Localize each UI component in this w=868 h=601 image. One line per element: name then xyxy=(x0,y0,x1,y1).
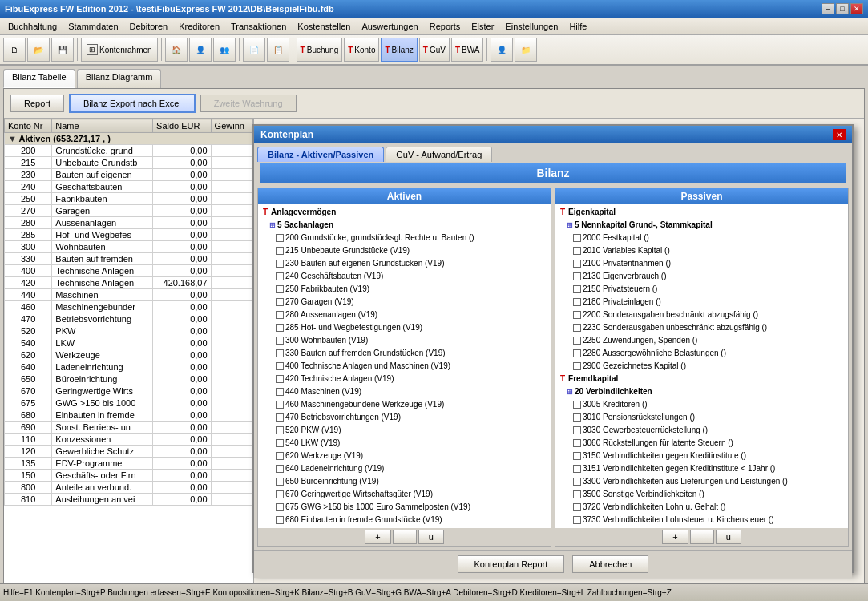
tree-leaf-item[interactable]: 3500 Sonstige Verbindlichkeiten () xyxy=(557,488,846,501)
tab-guv-aufwand-ertrag[interactable]: GuV - Aufwand/Ertrag xyxy=(386,147,492,162)
tree-leaf-item[interactable]: 3150 Verbindlichkeiten gegen Kreditinsti… xyxy=(557,450,846,462)
menu-elster[interactable]: Elster xyxy=(466,20,499,33)
passiven-remove-btn[interactable]: - xyxy=(690,530,714,544)
table-row[interactable]: 230 Bauten auf eigenen 0,00 xyxy=(5,169,253,181)
menu-stammdaten[interactable]: Stammdaten xyxy=(63,20,123,33)
table-row[interactable]: 540 LKW 0,00 xyxy=(5,337,253,349)
passiven-add-btn[interactable]: + xyxy=(662,530,688,544)
tree-leaf-item[interactable]: 270 Garagen (V19) xyxy=(260,296,549,309)
aktiven-u-btn[interactable]: u xyxy=(418,530,444,544)
tree-leaf-item[interactable]: 675 GWG >150 bis 1000 Euro Sammelposten … xyxy=(260,501,549,514)
table-row[interactable]: 250 Fabrikbauten 0,00 xyxy=(5,193,253,205)
kontenrahmen-button[interactable]: ⊞Kontenrahmen xyxy=(81,38,158,62)
maximize-button[interactable]: □ xyxy=(836,3,849,14)
table-row[interactable]: 110 Konzessionen 0,00 xyxy=(5,434,253,446)
table-row[interactable]: 330 Bauten auf fremden 0,00 xyxy=(5,253,253,265)
table-row[interactable]: 280 Aussenanlagen 0,00 xyxy=(5,217,253,229)
tree-leaf-item[interactable]: 2180 Privateinlagen () xyxy=(557,296,846,309)
open-button[interactable]: 📂 xyxy=(27,38,50,62)
menu-debitoren[interactable]: Debitoren xyxy=(125,20,173,33)
menu-buchhaltung[interactable]: Buchhaltung xyxy=(3,20,62,33)
tree-leaf-item[interactable]: 230 Bauten auf eigenen Grundstücken (V19… xyxy=(260,257,549,270)
clipboard-button[interactable]: 📋 xyxy=(267,38,289,62)
tree-leaf-item[interactable]: 520 PKW (V19) xyxy=(260,424,549,437)
export-excel-button[interactable]: Bilanz Export nach Excel xyxy=(69,94,196,113)
buchung-button[interactable]: T Buchung xyxy=(297,38,343,62)
table-row[interactable]: 270 Garagen 0,00 xyxy=(5,205,253,217)
new-button[interactable]: 🗋 xyxy=(3,38,26,62)
tab-bilanz-diagramm[interactable]: Bilanz Diagramm xyxy=(77,69,162,88)
tree-leaf-item[interactable]: 2900 Gezeichnetes Kapital () xyxy=(557,360,846,373)
guv-button[interactable]: T GuV xyxy=(419,38,450,62)
tree-leaf-item[interactable]: 2250 Zuwendungen, Spenden () xyxy=(557,334,846,347)
menu-transaktionen[interactable]: Transaktionen xyxy=(226,20,291,33)
tree-leaf-item[interactable]: 330 Bauten auf fremden Grundstücken (V19… xyxy=(260,347,549,360)
table-row[interactable]: 300 Wohnbauten 0,00 xyxy=(5,241,253,253)
table-row[interactable]: 200 Grundstücke, grund 0,00 xyxy=(5,145,253,157)
tab-bilanz-aktiven-passiven[interactable]: Bilanz - Aktiven/Passiven xyxy=(257,147,384,162)
tree-leaf-item[interactable]: 2130 Eigenverbrauch () xyxy=(557,270,846,283)
tree-leaf-item[interactable]: 200 Grundstücke, grundstücksgl. Rechte u… xyxy=(260,232,549,244)
zweite-waehrung-button[interactable]: Zweite Waehrung xyxy=(200,95,297,112)
table-row[interactable]: 650 Büroeinrichtung 0,00 xyxy=(5,373,253,385)
tree-leaf-item[interactable]: 2230 Sonderausgaben unbeschränkt abzugsf… xyxy=(557,321,846,334)
table-row[interactable]: 240 Geschäftsbauten 0,00 xyxy=(5,181,253,193)
users-button[interactable]: 👥 xyxy=(213,38,236,62)
tree-leaf-item[interactable]: 215 Unbebaute Grundstücke (V19) xyxy=(260,244,549,257)
bilanz-button[interactable]: T Bilanz xyxy=(381,38,417,62)
tree-leaf-item[interactable]: 3300 Verbindlichkeiten aus Lieferungen u… xyxy=(557,475,846,488)
table-row[interactable]: 620 Werkzeuge 0,00 xyxy=(5,349,253,361)
tree-leaf-item[interactable]: 460 Maschinengebundene Werkzeuge (V19) xyxy=(260,398,549,411)
tree-leaf-item[interactable]: 420 Technische Anlagen (V19) xyxy=(260,373,549,385)
menu-auswertungen[interactable]: Auswertungen xyxy=(357,20,422,33)
folder2-button[interactable]: 📁 xyxy=(515,38,537,62)
tree-leaf-item[interactable]: 250 Fabrikbauten (V19) xyxy=(260,283,549,296)
tree-leaf-item[interactable]: 2280 Aussergewöhnliche Belastungen () xyxy=(557,347,846,360)
tree-leaf-item[interactable]: 2000 Festkapital () xyxy=(557,232,846,244)
tree-leaf-item[interactable]: 2100 Privatentnahmen () xyxy=(557,257,846,270)
table-row[interactable]: 800 Anteile an verbund. 0,00 xyxy=(5,482,253,494)
table-row[interactable]: 120 Gewerbliche Schutz 0,00 xyxy=(5,446,253,458)
aktiven-add-btn[interactable]: + xyxy=(365,530,390,544)
tree-leaf-item[interactable]: 2150 Privatsteuern () xyxy=(557,283,846,296)
table-row[interactable]: 440 Maschinen 0,00 xyxy=(5,289,253,301)
table-row[interactable]: 680 Einbauten in fremde 0,00 xyxy=(5,409,253,422)
table-row[interactable]: 150 Geschäfts- oder Firn 0,00 xyxy=(5,470,253,482)
tree-leaf-item[interactable]: 400 Technische Anlagen und Maschinen (V1… xyxy=(260,360,549,373)
table-row[interactable]: 520 PKW 0,00 xyxy=(5,325,253,337)
table-row[interactable]: 675 GWG >150 bis 1000 0,00 xyxy=(5,397,253,409)
table-row[interactable]: 400 Technische Anlagen 0,00 xyxy=(5,265,253,277)
tree-leaf-item[interactable]: 620 Werkzeuge (V19) xyxy=(260,450,549,462)
passiven-u-btn[interactable]: u xyxy=(716,530,741,544)
report-button[interactable]: Report xyxy=(10,95,64,112)
tree-leaf-item[interactable]: 470 Betriebsvorrichtungen (V19) xyxy=(260,411,549,424)
profile-button[interactable]: 👤 xyxy=(491,38,513,62)
menu-einstellungen[interactable]: Einstellungen xyxy=(500,20,563,33)
table-row[interactable]: 690 Sonst. Betriebs- un 0,00 xyxy=(5,422,253,434)
tree-leaf-item[interactable]: 650 Büroeinrichtung (V19) xyxy=(260,475,549,488)
tree-leaf-item[interactable]: 2200 Sonderausgaben beschränkt abzugsfäh… xyxy=(557,309,846,321)
home-button[interactable]: 🏠 xyxy=(165,38,188,62)
table-row[interactable]: 285 Hof- und Wegbefes 0,00 xyxy=(5,229,253,241)
table-row[interactable]: 420 Technische Anlagen 420.168,07 xyxy=(5,277,253,289)
table-row[interactable]: 640 Ladeneinrichtung 0,00 xyxy=(5,361,253,373)
table-row[interactable]: 215 Unbebaute Grundstb 0,00 xyxy=(5,157,253,169)
tree-leaf-item[interactable]: 3151 Verbindlichkeiten gegen Kreditinsti… xyxy=(557,462,846,475)
tree-leaf-item[interactable]: 280 Aussenanlagen (V19) xyxy=(260,309,549,321)
tree-leaf-item[interactable]: 680 Einbauten in fremde Grundstücke (V19… xyxy=(260,514,549,526)
konto-button[interactable]: T Konto xyxy=(344,38,379,62)
menu-kostenstellen[interactable]: Kostenstellen xyxy=(293,20,355,33)
aktiven-remove-btn[interactable]: - xyxy=(393,530,417,544)
tree-leaf-item[interactable]: 540 LKW (V19) xyxy=(260,437,549,450)
table-row[interactable]: 135 EDV-Programme 0,00 xyxy=(5,458,253,470)
tree-leaf-item[interactable]: 3730 Verbindlichkeiten Lohnsteuer u. Kir… xyxy=(557,514,846,526)
tree-leaf-item[interactable]: 3060 Rückstellungen für latente Steuern … xyxy=(557,437,846,450)
table-row[interactable]: 810 Ausleihungen an vei 0,00 xyxy=(5,494,253,506)
tree-leaf-item[interactable]: 3005 Kreditoren () xyxy=(557,398,846,411)
tree-leaf-item[interactable]: 285 Hof- und Wegbefestigungen (V19) xyxy=(260,321,549,334)
user-button[interactable]: 👤 xyxy=(189,38,212,62)
menu-kreditoren[interactable]: Kreditoren xyxy=(174,20,224,33)
save-button[interactable]: 💾 xyxy=(51,38,74,62)
minimize-button[interactable]: – xyxy=(822,3,834,14)
tree-leaf-item[interactable]: 240 Geschäftsbauten (V19) xyxy=(260,270,549,283)
